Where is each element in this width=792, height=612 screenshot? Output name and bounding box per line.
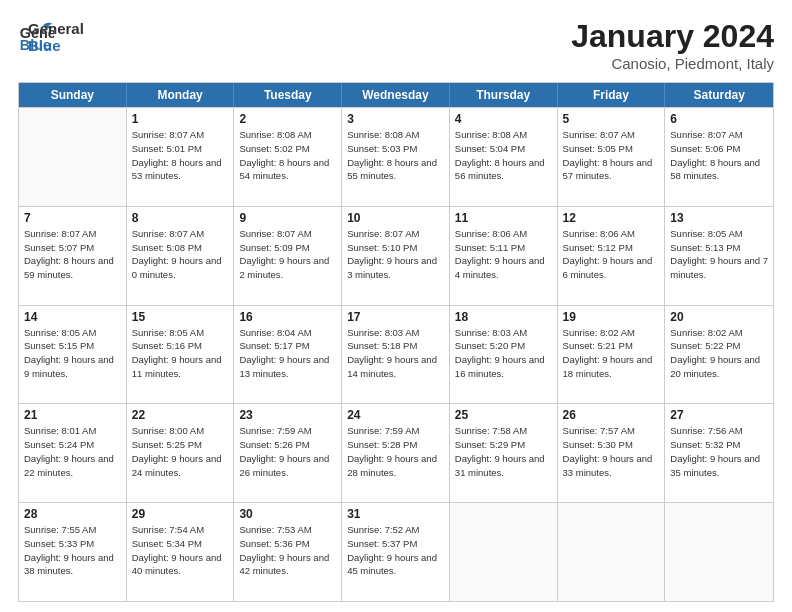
month-title: January 2024: [571, 18, 774, 55]
day-number: 20: [670, 310, 768, 324]
day-number: 30: [239, 507, 336, 521]
header: General Blue General Blue January 2024 C…: [18, 18, 774, 72]
day-info: Sunrise: 8:05 AM Sunset: 5:13 PM Dayligh…: [670, 227, 768, 282]
day-number: 31: [347, 507, 444, 521]
day-number: 21: [24, 408, 121, 422]
calendar-cell: [450, 503, 558, 601]
logo-blue: Blue: [28, 37, 84, 54]
day-number: 10: [347, 211, 444, 225]
day-number: 29: [132, 507, 229, 521]
day-number: 2: [239, 112, 336, 126]
day-number: 4: [455, 112, 552, 126]
calendar-cell: [19, 108, 127, 206]
day-of-week-thursday: Thursday: [450, 83, 558, 107]
day-info: Sunrise: 7:57 AM Sunset: 5:30 PM Dayligh…: [563, 424, 660, 479]
calendar-cell: 23Sunrise: 7:59 AM Sunset: 5:26 PM Dayli…: [234, 404, 342, 502]
day-info: Sunrise: 7:52 AM Sunset: 5:37 PM Dayligh…: [347, 523, 444, 578]
day-of-week-monday: Monday: [127, 83, 235, 107]
calendar-row-3: 14Sunrise: 8:05 AM Sunset: 5:15 PM Dayli…: [19, 305, 773, 404]
day-number: 17: [347, 310, 444, 324]
calendar-row-2: 7Sunrise: 8:07 AM Sunset: 5:07 PM Daylig…: [19, 206, 773, 305]
day-of-week-sunday: Sunday: [19, 83, 127, 107]
day-number: 9: [239, 211, 336, 225]
day-info: Sunrise: 7:59 AM Sunset: 5:26 PM Dayligh…: [239, 424, 336, 479]
logo-general: General: [28, 20, 84, 37]
day-info: Sunrise: 8:08 AM Sunset: 5:04 PM Dayligh…: [455, 128, 552, 183]
day-number: 8: [132, 211, 229, 225]
day-of-week-tuesday: Tuesday: [234, 83, 342, 107]
day-info: Sunrise: 7:56 AM Sunset: 5:32 PM Dayligh…: [670, 424, 768, 479]
day-of-week-wednesday: Wednesday: [342, 83, 450, 107]
calendar-header: SundayMondayTuesdayWednesdayThursdayFrid…: [19, 83, 773, 107]
day-info: Sunrise: 8:07 AM Sunset: 5:08 PM Dayligh…: [132, 227, 229, 282]
calendar-row-4: 21Sunrise: 8:01 AM Sunset: 5:24 PM Dayli…: [19, 403, 773, 502]
calendar-cell: 11Sunrise: 8:06 AM Sunset: 5:11 PM Dayli…: [450, 207, 558, 305]
calendar-cell: 28Sunrise: 7:55 AM Sunset: 5:33 PM Dayli…: [19, 503, 127, 601]
calendar-cell: [665, 503, 773, 601]
day-info: Sunrise: 8:04 AM Sunset: 5:17 PM Dayligh…: [239, 326, 336, 381]
day-number: 19: [563, 310, 660, 324]
day-number: 1: [132, 112, 229, 126]
calendar-cell: 12Sunrise: 8:06 AM Sunset: 5:12 PM Dayli…: [558, 207, 666, 305]
calendar-body: 1Sunrise: 8:07 AM Sunset: 5:01 PM Daylig…: [19, 107, 773, 601]
calendar-cell: 16Sunrise: 8:04 AM Sunset: 5:17 PM Dayli…: [234, 306, 342, 404]
day-info: Sunrise: 8:06 AM Sunset: 5:12 PM Dayligh…: [563, 227, 660, 282]
day-info: Sunrise: 8:03 AM Sunset: 5:18 PM Dayligh…: [347, 326, 444, 381]
day-number: 13: [670, 211, 768, 225]
calendar-cell: 15Sunrise: 8:05 AM Sunset: 5:16 PM Dayli…: [127, 306, 235, 404]
calendar-cell: 30Sunrise: 7:53 AM Sunset: 5:36 PM Dayli…: [234, 503, 342, 601]
calendar-cell: 27Sunrise: 7:56 AM Sunset: 5:32 PM Dayli…: [665, 404, 773, 502]
day-info: Sunrise: 8:02 AM Sunset: 5:21 PM Dayligh…: [563, 326, 660, 381]
calendar-cell: 1Sunrise: 8:07 AM Sunset: 5:01 PM Daylig…: [127, 108, 235, 206]
calendar-row-1: 1Sunrise: 8:07 AM Sunset: 5:01 PM Daylig…: [19, 107, 773, 206]
day-number: 16: [239, 310, 336, 324]
day-info: Sunrise: 8:07 AM Sunset: 5:05 PM Dayligh…: [563, 128, 660, 183]
calendar-cell: 2Sunrise: 8:08 AM Sunset: 5:02 PM Daylig…: [234, 108, 342, 206]
day-info: Sunrise: 8:07 AM Sunset: 5:10 PM Dayligh…: [347, 227, 444, 282]
calendar-cell: 14Sunrise: 8:05 AM Sunset: 5:15 PM Dayli…: [19, 306, 127, 404]
day-number: 18: [455, 310, 552, 324]
calendar-row-5: 28Sunrise: 7:55 AM Sunset: 5:33 PM Dayli…: [19, 502, 773, 601]
day-info: Sunrise: 8:07 AM Sunset: 5:07 PM Dayligh…: [24, 227, 121, 282]
calendar-cell: 9Sunrise: 8:07 AM Sunset: 5:09 PM Daylig…: [234, 207, 342, 305]
location-subtitle: Canosio, Piedmont, Italy: [571, 55, 774, 72]
calendar-cell: 3Sunrise: 8:08 AM Sunset: 5:03 PM Daylig…: [342, 108, 450, 206]
day-info: Sunrise: 7:54 AM Sunset: 5:34 PM Dayligh…: [132, 523, 229, 578]
day-number: 15: [132, 310, 229, 324]
day-info: Sunrise: 7:59 AM Sunset: 5:28 PM Dayligh…: [347, 424, 444, 479]
day-info: Sunrise: 8:08 AM Sunset: 5:02 PM Dayligh…: [239, 128, 336, 183]
calendar-cell: 31Sunrise: 7:52 AM Sunset: 5:37 PM Dayli…: [342, 503, 450, 601]
day-info: Sunrise: 7:55 AM Sunset: 5:33 PM Dayligh…: [24, 523, 121, 578]
day-info: Sunrise: 8:07 AM Sunset: 5:06 PM Dayligh…: [670, 128, 768, 183]
day-info: Sunrise: 7:53 AM Sunset: 5:36 PM Dayligh…: [239, 523, 336, 578]
calendar-cell: 13Sunrise: 8:05 AM Sunset: 5:13 PM Dayli…: [665, 207, 773, 305]
calendar-cell: 22Sunrise: 8:00 AM Sunset: 5:25 PM Dayli…: [127, 404, 235, 502]
calendar-cell: 20Sunrise: 8:02 AM Sunset: 5:22 PM Dayli…: [665, 306, 773, 404]
day-number: 27: [670, 408, 768, 422]
day-number: 12: [563, 211, 660, 225]
day-number: 28: [24, 507, 121, 521]
calendar-cell: 17Sunrise: 8:03 AM Sunset: 5:18 PM Dayli…: [342, 306, 450, 404]
calendar-cell: 24Sunrise: 7:59 AM Sunset: 5:28 PM Dayli…: [342, 404, 450, 502]
logo: General Blue General Blue: [18, 18, 84, 55]
calendar-cell: 29Sunrise: 7:54 AM Sunset: 5:34 PM Dayli…: [127, 503, 235, 601]
calendar-cell: 19Sunrise: 8:02 AM Sunset: 5:21 PM Dayli…: [558, 306, 666, 404]
day-number: 22: [132, 408, 229, 422]
calendar-cell: 4Sunrise: 8:08 AM Sunset: 5:04 PM Daylig…: [450, 108, 558, 206]
day-of-week-saturday: Saturday: [665, 83, 773, 107]
calendar-cell: 6Sunrise: 8:07 AM Sunset: 5:06 PM Daylig…: [665, 108, 773, 206]
day-info: Sunrise: 8:05 AM Sunset: 5:15 PM Dayligh…: [24, 326, 121, 381]
day-number: 26: [563, 408, 660, 422]
day-info: Sunrise: 8:02 AM Sunset: 5:22 PM Dayligh…: [670, 326, 768, 381]
day-number: 5: [563, 112, 660, 126]
day-info: Sunrise: 7:58 AM Sunset: 5:29 PM Dayligh…: [455, 424, 552, 479]
title-block: January 2024 Canosio, Piedmont, Italy: [571, 18, 774, 72]
day-of-week-friday: Friday: [558, 83, 666, 107]
day-info: Sunrise: 8:01 AM Sunset: 5:24 PM Dayligh…: [24, 424, 121, 479]
calendar-cell: 10Sunrise: 8:07 AM Sunset: 5:10 PM Dayli…: [342, 207, 450, 305]
day-number: 11: [455, 211, 552, 225]
day-number: 25: [455, 408, 552, 422]
page: General Blue General Blue January 2024 C…: [0, 0, 792, 612]
day-info: Sunrise: 8:00 AM Sunset: 5:25 PM Dayligh…: [132, 424, 229, 479]
day-info: Sunrise: 8:07 AM Sunset: 5:09 PM Dayligh…: [239, 227, 336, 282]
